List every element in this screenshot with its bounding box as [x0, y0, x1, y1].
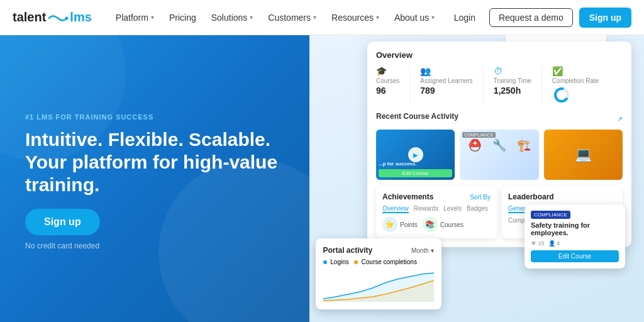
nav-right: Login Request a demo Sign up — [447, 8, 631, 28]
hero-left: #1 LMS FOR TRAINING SUCCESS Intuitive. F… — [0, 35, 309, 322]
stat-training-time: ⏱ Training Time 1,250h — [494, 66, 531, 104]
compliance-badge: COMPLIANCE — [462, 132, 495, 138]
tab-overview[interactable]: Overview — [382, 205, 409, 213]
nav-pricing[interactable]: Pricing — [163, 9, 203, 26]
chevron-down-icon: ▾ — [151, 14, 154, 21]
stat-courses: 🎓 Courses 96 — [376, 66, 399, 104]
chart-area — [323, 270, 434, 302]
login-button[interactable]: Login — [447, 9, 483, 26]
nav-links: Platform ▾ Pricing Solutions ▾ Customers… — [109, 9, 447, 26]
achieve-tabs: Overview Rewards Levels Badges — [382, 205, 491, 213]
demo-button[interactable]: Request a demo — [489, 8, 573, 27]
logo-text: talentlms — [13, 10, 92, 25]
hero-section: #1 LMS FOR TRAINING SUCCESS Intuitive. F… — [0, 35, 644, 322]
course-thumb-1: ▶ ...p for success. Edit Course — [376, 130, 455, 180]
month-dropdown[interactable]: Month ▾ — [411, 247, 434, 254]
completion-icon: ✅ — [552, 66, 599, 76]
achievements-card: Achievements Sort By Overview Rewards Le… — [376, 186, 497, 238]
tab-badges[interactable]: Badges — [467, 205, 488, 213]
hero-signup-button[interactable]: Sign up — [25, 209, 100, 235]
nav-about[interactable]: About us ▾ — [388, 9, 441, 26]
edit-course-button[interactable]: Edit Course — [531, 250, 619, 262]
chevron-down-icon: ▾ — [313, 14, 316, 21]
logo[interactable]: talentlms — [13, 10, 92, 25]
tab-levels[interactable]: Levels — [443, 205, 462, 213]
hero-right: Courses' Progress Status Overview 🎓 Cour… — [309, 35, 644, 322]
nav-platform[interactable]: Platform ▾ — [109, 9, 160, 26]
svg-point-0 — [65, 16, 69, 19]
nav-resources[interactable]: Resources ▾ — [325, 9, 386, 26]
course-thumb-2: COMPLIANCE ⛑️🔧🏗️ — [460, 130, 538, 180]
overview-title: Overview — [376, 50, 623, 60]
chart-legend: Logins Course completions — [323, 258, 434, 265]
portal-activity-card: Portal activity Month ▾ Logins Course co… — [316, 238, 441, 309]
nav-customers[interactable]: Customers ▾ — [262, 9, 323, 26]
stat-completion: ✅ Completion Rate — [552, 66, 599, 104]
stats-row: 🎓 Courses 96 👥 Assigned Learners 789 ⏱ T… — [376, 66, 623, 104]
portal-title: Portal activity — [323, 246, 373, 255]
course-thumb-3: 💻 — [544, 130, 623, 180]
compliance-badge-label: COMPLIANCE — [531, 211, 570, 219]
recent-activity-title: Recent Course Activity — [376, 112, 458, 121]
compliance-course-title: Safety training for employees. — [531, 221, 619, 236]
chevron-down-icon: ▾ — [250, 14, 253, 21]
chevron-down-icon: ▾ — [431, 14, 435, 21]
sort-by-link[interactable]: Sort By — [470, 194, 491, 201]
course-row: ▶ ...p for success. Edit Course COMPLIAN… — [376, 130, 623, 180]
time-icon: ⏱ — [494, 66, 531, 76]
tab-rewards[interactable]: Rewards — [414, 205, 438, 213]
compliance-card: COMPLIANCE Safety training for employees… — [525, 204, 625, 269]
signup-button-nav[interactable]: Sign up — [579, 8, 631, 28]
chevron-down-icon: ▾ — [376, 14, 379, 21]
stat-learners: 👥 Assigned Learners 789 — [420, 66, 472, 104]
play-icon[interactable]: ▶ — [408, 147, 423, 162]
learners-icon: 👥 — [420, 66, 472, 76]
completions-legend: Course completions — [354, 258, 417, 265]
nav-solutions[interactable]: Solutions ▾ — [205, 9, 260, 26]
navbar: talentlms Platform ▾ Pricing Solutions ▾… — [0, 0, 644, 35]
external-link-icon[interactable]: ↗ — [617, 115, 623, 123]
courses-icon: 🎓 — [376, 66, 399, 76]
logins-legend: Logins — [323, 258, 349, 265]
